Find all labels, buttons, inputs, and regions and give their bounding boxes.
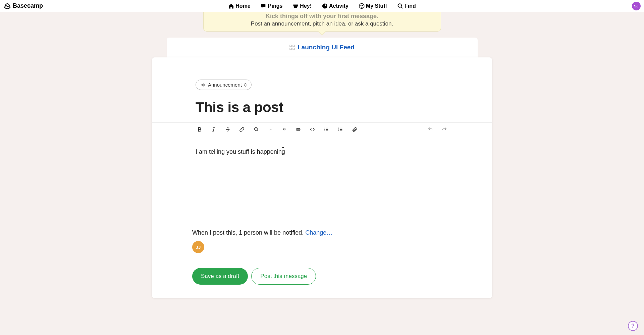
tip-title: Kick things off with your first message.: [209, 13, 435, 20]
notify-line: When I post this, 1 person will be notif…: [192, 229, 452, 236]
divider-icon: [296, 126, 301, 133]
help-button[interactable]: ?: [628, 321, 638, 331]
quote-button[interactable]: [280, 125, 288, 133]
tip-subtitle: Post an announcement, pitch an idea, or …: [209, 20, 435, 27]
nav-mystuff[interactable]: My Stuff: [359, 3, 387, 9]
link-icon: [239, 126, 245, 133]
svg-point-3: [361, 5, 361, 6]
editor-card: Announcement This is a post TT 123: [152, 57, 492, 298]
svg-rect-7: [290, 45, 291, 47]
category-label: Announcement: [208, 82, 242, 88]
project-link-bar: Launching UI Feed: [167, 38, 478, 57]
color-button[interactable]: [252, 125, 260, 133]
brand-name: Basecamp: [13, 2, 43, 9]
grid-icon: [289, 45, 295, 50]
nav-activity-label: Activity: [329, 3, 348, 9]
chevrons-icon: [244, 83, 247, 87]
save-draft-button[interactable]: Save as a draft: [192, 268, 248, 285]
bold-button[interactable]: [196, 125, 204, 133]
italic-button[interactable]: [210, 125, 218, 133]
svg-point-23: [324, 130, 325, 131]
svg-line-13: [213, 128, 214, 131]
svg-point-22: [324, 129, 325, 130]
nav-hey[interactable]: Hey!: [292, 3, 312, 9]
nav-home[interactable]: Home: [228, 3, 250, 9]
strikethrough-button[interactable]: [224, 125, 232, 133]
bullet-list-button[interactable]: [322, 125, 330, 133]
svg-text:T: T: [268, 128, 270, 131]
code-button[interactable]: [308, 125, 316, 133]
undo-icon: [428, 126, 433, 133]
nav-home-label: Home: [235, 3, 250, 9]
svg-text:T: T: [270, 129, 272, 131]
svg-line-6: [401, 7, 402, 8]
heading-button[interactable]: TT: [266, 125, 274, 133]
post-message-button[interactable]: Post this message: [251, 268, 316, 285]
svg-point-2: [359, 3, 364, 8]
tip-banner: Kick things off with your first message.…: [203, 12, 441, 32]
change-notify-link[interactable]: Change…: [305, 229, 332, 236]
code-icon: [310, 126, 315, 133]
strikethrough-icon: [225, 126, 230, 133]
svg-rect-8: [293, 45, 294, 47]
pings-icon: [261, 3, 267, 9]
heading-icon: TT: [267, 126, 273, 133]
svg-point-5: [398, 4, 401, 7]
nav-find-label: Find: [405, 3, 416, 9]
nav-find[interactable]: Find: [397, 3, 416, 9]
bold-icon: [197, 126, 202, 133]
nav-mystuff-label: My Stuff: [366, 3, 387, 9]
project-link[interactable]: Launching UI Feed: [289, 44, 355, 51]
svg-rect-0: [293, 4, 298, 5]
home-icon: [228, 3, 234, 9]
redo-button[interactable]: [440, 125, 448, 133]
undo-button[interactable]: [426, 125, 434, 133]
svg-point-15: [257, 130, 258, 131]
category-selector[interactable]: Announcement: [196, 80, 252, 90]
project-link-label: Launching UI Feed: [298, 44, 355, 51]
svg-text:3: 3: [338, 130, 339, 131]
number-list-icon: 123: [338, 126, 343, 133]
editor-body[interactable]: I am telling you stuff is happening: [152, 136, 492, 217]
user-avatar[interactable]: SJ: [632, 2, 641, 10]
activity-icon: [322, 3, 328, 9]
svg-point-21: [324, 128, 325, 128]
bullet-list-icon: [324, 126, 329, 133]
link-button[interactable]: [238, 125, 246, 133]
hey-icon: [292, 3, 299, 9]
notify-avatar[interactable]: JJ: [192, 241, 204, 253]
svg-rect-9: [290, 48, 291, 50]
redo-icon: [442, 126, 447, 133]
post-title-input[interactable]: This is a post: [196, 99, 448, 115]
nav-hey-label: Hey!: [300, 3, 312, 9]
search-icon: [397, 3, 403, 9]
svg-rect-10: [293, 48, 294, 50]
basecamp-logo-icon: [3, 2, 11, 10]
quote-icon: [281, 126, 287, 133]
paperclip-icon: [352, 126, 357, 133]
attachment-button[interactable]: [351, 125, 359, 133]
main-nav: Home Pings Hey! Activity My Stuff Find: [228, 3, 416, 9]
megaphone-icon: [201, 82, 206, 88]
nav-activity[interactable]: Activity: [322, 3, 348, 9]
post-footer: When I post this, 1 person will be notif…: [152, 217, 492, 298]
editor-text: I am telling you stuff is happening: [196, 148, 285, 155]
svg-point-4: [362, 5, 363, 6]
divider-button[interactable]: [294, 125, 302, 133]
nav-pings-label: Pings: [268, 3, 283, 9]
number-list-button[interactable]: 123: [336, 125, 344, 133]
italic-icon: [211, 126, 216, 133]
notify-prefix: When I post this, 1 person will be notif…: [192, 229, 305, 236]
paint-bucket-icon: [253, 126, 259, 133]
nav-pings[interactable]: Pings: [261, 3, 283, 9]
mystuff-icon: [359, 3, 365, 9]
top-navbar: Basecamp Home Pings Hey! Activity My Stu…: [0, 0, 644, 12]
brand[interactable]: Basecamp: [0, 2, 43, 10]
formatting-toolbar: TT 123: [152, 122, 492, 136]
